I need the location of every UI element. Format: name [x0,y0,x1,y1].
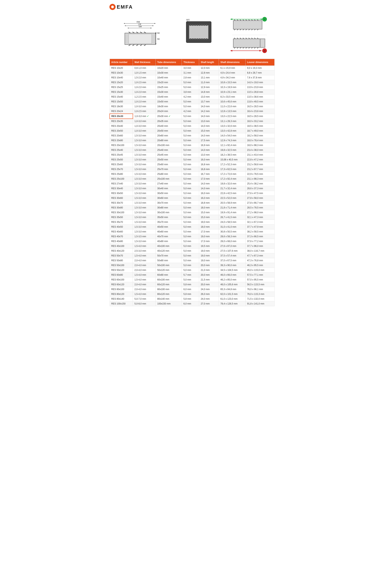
table-cell: 14,0 x 19,0 mm [245,80,275,85]
table-cell: 1,0-2,0 mm [133,99,156,104]
table-cell: 5,0 mm [182,210,199,215]
table-cell: 1,0-2,5 mm [133,80,156,85]
svg-text:WS: WS [186,19,190,21]
svg-rect-35 [192,39,194,40]
col-header-article: Article number [110,59,133,66]
table-cell: RES 30x50 [110,191,133,196]
table-row: RES 18x301,0-3,0 mm18x30 mm5,0 mm14,0 mm… [110,104,275,109]
table-row: RES 10x401,5-2,0 mm10x40 mm2,8 mm13,1 mm… [110,75,275,80]
table-cell: 25x50 mm [156,157,182,162]
table-cell: 28,5 x 78,5 mm [245,205,275,210]
svg-rect-51 [233,21,262,29]
table-cell: 1,5-3,0 mm [133,177,156,181]
table-cell: 46,3 x 95,5 mm [245,263,275,268]
table-cell: 1,5-3,0 mm [133,143,156,148]
table-cell: 18,5 x 28,5 mm [245,114,275,119]
table-cell: 16,0 mm [199,157,219,162]
table-row: RES 30x401,5-3,0 mm30x40 mm5,0 mm14,0 mm… [110,186,275,191]
table-cell: 35x50 mm [156,215,182,220]
table-cell: 1,5-3,0 mm [133,172,156,177]
col-header-shaft-dim: Shaft dimensions [219,59,245,66]
table-cell: 1,5-3,0 mm [133,138,156,143]
table-cell: 40x70 mm [156,234,182,239]
table-cell: 10x20 mm [156,66,182,70]
table-cell: 13,0 x 42,8 mm [219,128,245,133]
table-cell: 13,0 mm [199,95,219,99]
table-cell: 5,8 mm [182,296,199,301]
table-cell: 20x60 mm [156,133,182,138]
table-cell: 14,0 mm [199,124,219,128]
table-cell: 15x30 mm [156,90,182,95]
table-cell: 1,5-3,0 mm [133,157,156,162]
table-cell: 15,0 mm [199,215,219,220]
table-row: RES 50x1202,0-4,0 mm50x120 mm5,0 mm21,0 … [110,268,275,273]
table-cell: RES 30x70 [110,201,133,205]
table-cell: 18,0 mm [199,225,219,229]
table-cell: 4,2 mm [182,95,199,99]
table-row: RES 20x351,0-3,0 mm20x35 mm5,0 mm13,0 mm… [110,119,275,124]
table-cell: 1,0-2,5 mm [133,109,156,114]
table-cell: RES 30x100 [110,210,133,215]
table-cell: 17,2 x 52,3 mm [219,162,245,167]
table-cell: 6,1 x 15,9 mm [219,66,245,70]
table-cell: 9,0 x 19,3 mm [245,66,275,70]
table-cell: 100x150 mm [156,301,182,306]
logo-text: EMFA [117,4,133,10]
table-cell: 5,0 mm [182,249,199,253]
table-cell: 19,0 mm [199,234,219,239]
table-cell: 60x120 mm [156,282,182,287]
table-cell: 17,3 x 62,5 mm [219,167,245,172]
table-row: RES 20x801,5-3,0 mm20x80 mm5,0 mm17,5 mm… [110,138,275,143]
svg-rect-27 [192,24,194,26]
table-row: RES 80x1002,0-4,0 mm80x100 mm6,0 mm24,0 … [110,287,275,292]
table-cell: RES 40x50 [110,225,133,229]
table-cell: 1,0-3,0 mm [133,128,156,133]
table-cell: 76,0 x 96,1 mm [245,287,275,292]
table-cell: RES 25x50 [110,157,133,162]
table-cell: 5,0 mm [182,225,199,229]
table-row: RES 20x501,0-3,0 mm20x50 mm5,0 mm15,0 mm… [110,128,275,133]
table-cell: 20,0 mm [199,273,219,277]
table-cell: 5,0 mm [182,85,199,90]
table-cell: 5,0 mm [182,133,199,138]
table-cell: 12,9 mm [199,85,219,90]
table-cell: 80x100 mm [156,287,182,292]
table-cell: 28,6 x 58,3 mm [219,234,245,239]
svg-rect-30 [199,24,201,26]
table-cell: 5,0 mm [182,258,199,263]
table-cell: 17,0 mm [199,239,219,244]
table-cell: 1,5-3,0 mm [133,215,156,220]
table-cell: 13,0 x 32,6 mm [219,124,245,128]
table-row: RES 50x802,0-4,0 mm50x80 mm5,0 mm19,0 mm… [110,258,275,263]
table-cell: 2,5-3,0 mm [133,249,156,253]
logo: EMFA [109,4,133,10]
table-cell: 32,1 x 67,3 mm [245,220,275,225]
table-cell: RES 50x120 [110,268,133,273]
table-cell: 15,08 x 40,5 mm [219,157,245,162]
table-cell: 5,0 mm [182,128,199,133]
table-row: RES 40x701,5-3,5 mm40x70 mm5,0 mm19,0 mm… [110,234,275,239]
table-row: RES 50x701,5-4,0 mm50x70 mm5,0 mm19,0 mm… [110,253,275,258]
table-cell: 14,0 mm [199,133,219,138]
table-cell: 80x120 mm [156,292,182,296]
table-cell: 1,5-3,0 mm [133,133,156,138]
table-cell: 50x80 mm [156,258,182,263]
table-cell: 14,0 x 54,0 mm [219,133,245,138]
table-cell: 18,4 x 23,6 mm [245,109,275,114]
table-cell: 37,3 x 66,5 mm [245,234,275,239]
table-cell: 5,0 mm [182,99,199,104]
page-header: EMFA [109,4,275,10]
table-cell: RES 20x40 [110,124,133,128]
table-cell: 5,0 mm [182,119,199,124]
table-row: RES 20x241,0-2,5 mm20x24 mm4,2 mm14,2 mm… [110,109,275,114]
table-cell: 11,0 x 22,6 mm [219,104,245,109]
table-cell: 5,0-8,0 mm [133,301,156,306]
table-cell: 15x40 mm [156,95,182,99]
table-cell: 4,2 mm [182,109,199,114]
table-cell: 21,8 x 71,4 mm [219,205,245,210]
table-row: RES 20x1001,5-3,0 mm20x100 mm5,0 mm16,9 … [110,143,275,148]
svg-rect-38 [199,39,201,40]
table-cell: RES 20x35 [110,119,133,124]
table-cell: 13,9 x 23,9 mm [245,85,275,90]
table-row: RES 15x401,2-2,5 mm15x40 mm4,2 mm13,0 mm… [110,95,275,99]
